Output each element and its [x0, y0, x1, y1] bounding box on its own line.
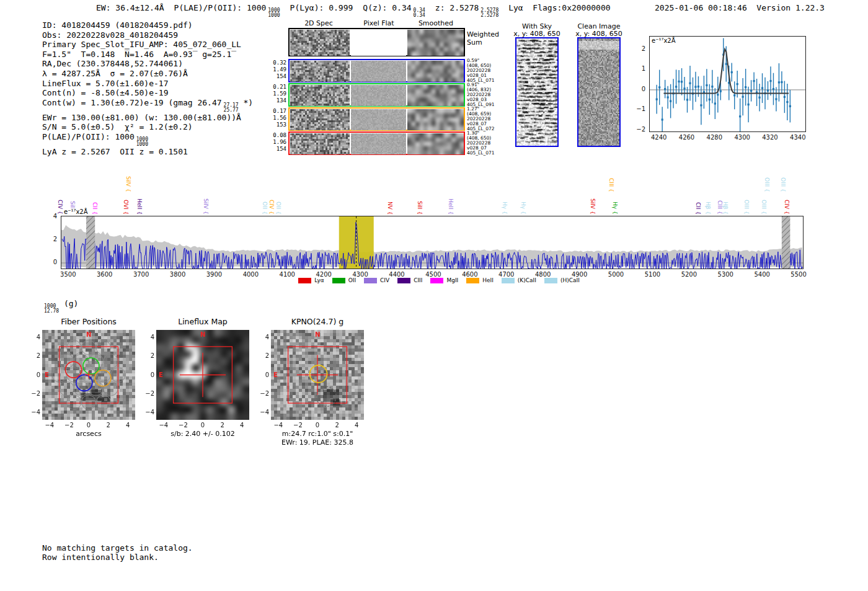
- pixelflat-image: [351, 109, 406, 130]
- weighted-smoothed-image: [407, 30, 464, 56]
- info-line: LyA z = 2.5267 OII z = 0.1501: [42, 147, 253, 157]
- spectrum-unit-label: e⁻¹⁷x2Å: [64, 208, 88, 215]
- emission-line-marker: Hγ {: [612, 202, 618, 215]
- legend-item: (K)CaII: [502, 277, 536, 283]
- emission-line-marker: CIII {: [608, 178, 614, 192]
- info-line: S/N = 5.0(±0.5) χ² = 1.2(±0.2): [42, 122, 253, 132]
- legend-swatch: [544, 278, 557, 283]
- cutout-ytick: −2: [260, 390, 269, 397]
- spectrum-xtick: 5200: [676, 271, 701, 278]
- emission-line-marker: OIII {: [764, 177, 770, 192]
- cutout-xtick: 4: [120, 422, 135, 429]
- clean-image-frame: [577, 37, 621, 147]
- emission-line-marker: CIV {: [268, 200, 275, 215]
- header-segment: EW: 36.4±12.4Å: [96, 3, 164, 12]
- compass-east-label: E: [273, 371, 278, 378]
- header-datetime-version: 2025-01-06 00:18:46 Version 1.22.3: [655, 3, 825, 12]
- lineflux-map-overlay: [156, 330, 249, 420]
- fit-ytick: 0: [633, 86, 645, 92]
- fiber-row-id: 1.30"(408, 650)20220228v028_07405_LL_071: [467, 131, 495, 156]
- legend-swatch: [397, 278, 410, 283]
- kpno-caption2: EWr: 19. PLAE: 325.8: [265, 438, 370, 447]
- kpno-cutout: NE: [271, 330, 364, 420]
- smoothed-image: [407, 61, 464, 82]
- header-summary-line: EW: 36.4±12.4ÅP(LAE)/P(OII): 10001000100…: [96, 3, 621, 18]
- cutout-ytick: 0: [31, 371, 40, 378]
- cutout-ytick: −4: [145, 409, 154, 415]
- spectrum-legend: LyαOIICIVCIIIMgIIHeII(K)CaII(H)CaII: [296, 277, 582, 283]
- cutout-xtick: 0: [81, 422, 96, 429]
- fit-ytick: 1: [633, 65, 645, 72]
- emission-line-marker: OIII {: [780, 177, 786, 192]
- line-fit-plot: [649, 36, 806, 132]
- legend-swatch: [502, 278, 515, 283]
- cutout-ytick: 2: [145, 352, 154, 359]
- kpno-caption: m:24.7 rc:1.0" s:0.1": [265, 430, 370, 438]
- cutout-xtick: −4: [156, 422, 171, 429]
- spectrum-plot-canvas: [61, 216, 803, 269]
- cutout-xtick: 0: [310, 422, 325, 429]
- fiber-2d-row: [288, 107, 465, 131]
- cutout-ytick: 4: [145, 334, 154, 340]
- emission-line-marker: OIII {: [743, 200, 750, 215]
- weighted-sum-label: Weighted Sum: [467, 31, 505, 47]
- fit-xtick: 4340: [787, 134, 809, 141]
- cutout-ytick: 2: [260, 352, 269, 359]
- fit-xtick: 4240: [648, 134, 670, 141]
- line-fit-plot-canvas: [650, 37, 805, 131]
- spectrum-xtick: 5000: [604, 271, 629, 278]
- weighted-sum-row: [288, 28, 465, 56]
- smoothed-image: [407, 85, 464, 106]
- emission-line-marker: SiII {: [417, 201, 423, 215]
- 2dspec-image: [290, 109, 350, 130]
- fiber-positions-xlabel: arcsecs: [36, 430, 141, 438]
- legend-swatch: [430, 278, 443, 283]
- info-line: ID: 4018204459 (4018204459.pdf): [42, 20, 253, 30]
- emission-line-marker: OIII {: [761, 200, 767, 215]
- emission-line-marker: Hβ {: [722, 202, 728, 215]
- header-segment: z: 2.52782.52782.5278: [435, 3, 498, 12]
- legend-item: CIII: [397, 277, 422, 283]
- fit-ytick: −2: [633, 126, 645, 133]
- legend-item: MgII: [430, 277, 458, 283]
- fiber-row-id: 0.59"(408, 650)20220228v028_01405_LL_071: [467, 58, 495, 83]
- emission-line-marker: Hβ {: [705, 202, 711, 215]
- cutout-xtick: −2: [175, 422, 190, 429]
- spectrum-xtick: 5300: [713, 271, 738, 278]
- compass-north-label: N: [200, 331, 205, 338]
- spectrum-xtick: 3800: [166, 271, 190, 278]
- spectrum-xtick: 3700: [129, 271, 154, 278]
- emission-line-marker: CII {: [695, 202, 701, 215]
- fiber-positions-overlay: [42, 330, 135, 420]
- legend-swatch: [332, 278, 345, 283]
- emission-line-marker: SiIV {: [125, 176, 131, 192]
- cutout-ytick: 0: [145, 371, 154, 378]
- cutout-xtick: 0: [195, 422, 210, 429]
- legend-item: CIV: [364, 277, 389, 283]
- emission-line-marker: Hγ {: [502, 202, 508, 215]
- fiber-row-id: 0.91"(406, 832)20220228v028_03405_LL_091: [467, 82, 495, 107]
- info-line: λ = 4287.25Å σ = 2.07(±0.76)Å: [42, 69, 253, 79]
- legend-item: HeII: [466, 277, 494, 283]
- lineflux-caption: s/b: 2.40 +/- 0.102: [150, 430, 255, 438]
- spectrum-xtick: 3600: [92, 271, 117, 278]
- info-line: Cont(w) = 1.30(±0.72)e-19 (gmag 26.4727.…: [42, 98, 253, 113]
- fiber-positions-title: Fiber Positions: [42, 317, 135, 326]
- cutout-xtick: 4: [234, 422, 249, 429]
- pixelflat-image: [351, 61, 406, 82]
- spectrum-xtick: 5500: [786, 271, 811, 278]
- fiber-2d-row: [288, 59, 465, 82]
- legend-item: (H)CaII: [544, 277, 580, 283]
- fit-xtick: 4300: [731, 134, 753, 141]
- fit-plot-unit-label: e⁻¹⁷x2Å: [652, 37, 676, 44]
- lineflux-map-title: Lineflux Map: [156, 317, 249, 326]
- 2dspec-col-header: 2D Spec: [285, 19, 353, 27]
- cutout-ytick: −2: [145, 390, 154, 397]
- fiber-positions-cutout: NE: [42, 330, 135, 420]
- cutout-ytick: 0: [260, 371, 269, 378]
- info-line: Obs: 20220228v028_4018204459: [42, 30, 253, 40]
- legend-item: OII: [332, 277, 356, 283]
- emission-line-marker: OII {: [262, 202, 268, 215]
- clean-image: [578, 38, 619, 146]
- withsky-image-frame: [515, 37, 559, 147]
